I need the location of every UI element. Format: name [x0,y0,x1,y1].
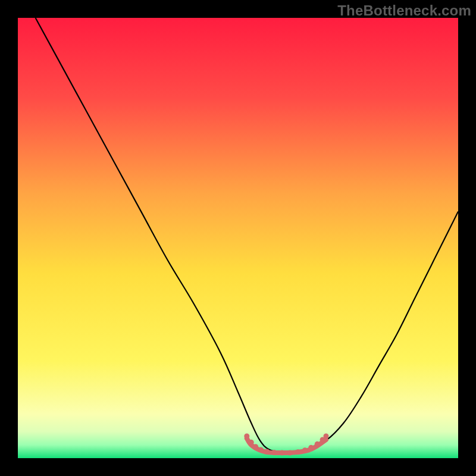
chart-canvas [18,18,458,458]
valley-dot [264,449,270,454]
valley-dot [258,447,264,452]
valley-dot [253,444,258,449]
valley-dot [271,450,277,455]
valley-dot [249,440,254,445]
valley-dot [315,441,320,447]
valley-dot [280,450,285,456]
valley-dot [302,447,308,453]
valley-dot [295,449,300,455]
valley-dot [244,434,249,439]
watermark-label: TheBottleneck.com [337,2,471,19]
valley-dot [308,445,314,450]
valley-dot [287,450,293,456]
plot-area [18,18,458,458]
valley-dot [324,434,329,439]
chart-frame: TheBottleneck.com [0,0,476,476]
